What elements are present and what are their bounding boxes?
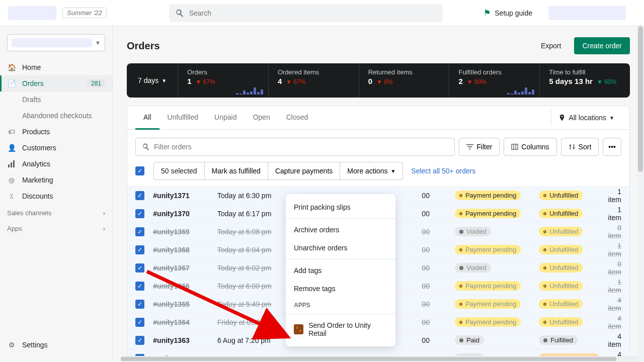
home-icon: 🏠 xyxy=(7,63,16,71)
tab-open[interactable]: Open xyxy=(245,106,278,130)
row-checkbox[interactable]: ✓ xyxy=(135,191,144,200)
svg-rect-1 xyxy=(11,162,12,167)
profile-menu[interactable] xyxy=(548,6,626,20)
tag-icon: 🏷 xyxy=(7,128,16,136)
capture-payments-button[interactable]: Capture payments xyxy=(268,162,340,180)
more-actions-button[interactable]: More actions▼ xyxy=(340,162,403,180)
stats-period-selector[interactable]: 7 days▼ xyxy=(127,63,178,98)
columns-icon xyxy=(511,143,518,150)
store-selector[interactable]: ▼ xyxy=(7,34,105,51)
dd-add-tags[interactable]: Add tags xyxy=(286,261,395,280)
mark-fulfilled-button[interactable]: Mark as fulfilled xyxy=(205,162,268,180)
row-checkbox[interactable]: ✓ xyxy=(135,263,144,273)
row-checkbox[interactable]: ✓ xyxy=(135,300,144,309)
nav-abandoned[interactable]: Abandoned checkouts xyxy=(0,108,112,124)
search-icon xyxy=(175,9,184,18)
select-all-link[interactable]: Select all 50+ orders xyxy=(411,167,475,175)
location-icon xyxy=(558,114,566,121)
nav-settings[interactable]: ⚙Settings xyxy=(0,336,112,354)
unity-app-icon xyxy=(294,324,303,334)
svg-rect-5 xyxy=(469,149,471,150)
dd-print-packing-slips[interactable]: Print packing slips xyxy=(286,198,395,216)
columns-button[interactable]: Columns xyxy=(504,138,556,156)
nav-section-apps[interactable]: Apps› xyxy=(0,220,112,235)
vertical-scrollbar[interactable] xyxy=(637,26,644,362)
fulfillment-badge: Fulfilled xyxy=(539,335,578,345)
dd-send-unity-retail[interactable]: Send Order to Unity Retail xyxy=(286,316,395,342)
fulfillment-badge: Unfulfilled xyxy=(539,227,583,236)
filter-icon xyxy=(466,143,473,150)
stats-bar: 7 days▼ Orders1▼ 67%Ordered items4▼ 67%R… xyxy=(127,63,630,98)
search-input[interactable] xyxy=(189,9,437,17)
select-all-checkbox[interactable]: ✓ xyxy=(135,166,144,175)
person-icon: 👤 xyxy=(7,144,16,152)
nav-marketing[interactable]: ◎Marketing xyxy=(0,172,112,188)
svg-rect-2 xyxy=(13,160,15,167)
nav-analytics[interactable]: Analytics xyxy=(0,156,112,172)
filter-button[interactable]: Filter xyxy=(459,138,500,156)
target-icon: ◎ xyxy=(7,176,16,184)
nav-products[interactable]: 🏷Products xyxy=(0,124,112,140)
nav-orders[interactable]: 📄Orders281 xyxy=(0,75,112,92)
nav-section-sales-channels[interactable]: Sales channels› xyxy=(0,204,112,220)
tab-closed[interactable]: Closed xyxy=(278,106,316,130)
chevron-down-icon: ▼ xyxy=(95,40,101,46)
nav-home[interactable]: 🏠Home xyxy=(0,59,112,75)
payment-badge: Paid xyxy=(455,335,484,345)
fulfillment-badge: Unfulfilled xyxy=(539,281,583,291)
fulfillment-badge: Unfulfilled xyxy=(539,263,583,273)
search-bar[interactable] xyxy=(169,4,443,22)
setup-guide-link[interactable]: ⚑ Setup guide xyxy=(484,8,532,18)
chevron-right-icon: › xyxy=(103,209,105,217)
discount-icon: ٪ xyxy=(7,192,16,200)
nav-customers[interactable]: 👤Customers xyxy=(0,140,112,156)
fulfillment-badge: Unfulfilled xyxy=(539,209,583,218)
stat-orders[interactable]: Orders1▼ 67% xyxy=(178,63,269,98)
payment-badge: Payment pending xyxy=(455,317,521,327)
tabs-row: AllUnfulfilledUnpaidOpenClosed All locat… xyxy=(127,106,629,130)
row-checkbox[interactable]: ✓ xyxy=(135,318,144,327)
dd-apps-section: APPS xyxy=(286,298,395,312)
chevron-down-icon: ▼ xyxy=(609,115,614,121)
export-button[interactable]: Export xyxy=(541,42,561,50)
dd-unarchive-orders[interactable]: Unarchive orders xyxy=(286,239,395,257)
dd-remove-tags[interactable]: Remove tags xyxy=(286,280,395,298)
row-checkbox[interactable]: ✓ xyxy=(135,227,144,236)
row-checkbox[interactable]: ✓ xyxy=(135,245,144,254)
dd-archive-orders[interactable]: Archive orders xyxy=(286,221,395,239)
tab-unfulfilled[interactable]: Unfulfilled xyxy=(159,106,206,130)
stat-time-to-fulfill[interactable]: Time to fulfill5 days 13 hr▼ 60% xyxy=(540,63,630,98)
stat-returned-items[interactable]: Returned items0▼ 0% xyxy=(359,63,450,98)
horizontal-scrollbar[interactable] xyxy=(121,356,637,362)
filter-orders-input[interactable] xyxy=(135,138,455,156)
search-icon xyxy=(142,143,150,151)
nav-drafts[interactable]: Drafts xyxy=(0,92,112,108)
row-checkbox[interactable]: ✓ xyxy=(135,209,144,218)
logo xyxy=(8,6,56,20)
chevron-right-icon: › xyxy=(103,225,105,232)
payment-badge: Payment pending xyxy=(455,245,521,254)
orders-count-badge: 281 xyxy=(87,79,105,87)
sort-button[interactable]: Sort xyxy=(561,138,599,156)
payment-badge: Payment pending xyxy=(455,209,521,218)
payment-badge: Payment pending xyxy=(455,281,521,291)
tab-all[interactable]: All xyxy=(135,106,159,130)
payment-badge: Voided xyxy=(455,227,491,236)
row-checkbox[interactable]: ✓ xyxy=(135,282,144,291)
sidebar: ▼ 🏠Home 📄Orders281 Drafts Abandoned chec… xyxy=(0,26,113,362)
create-order-button[interactable]: Create order xyxy=(574,37,630,54)
locations-filter[interactable]: All locations ▼ xyxy=(551,110,621,126)
tab-unpaid[interactable]: Unpaid xyxy=(206,106,245,130)
selected-count: 50 selected xyxy=(153,162,205,180)
stat-fulfilled-orders[interactable]: Fulfilled orders2▼ 80% xyxy=(449,63,540,98)
row-checkbox[interactable]: ✓ xyxy=(135,336,144,345)
page-title: Orders xyxy=(127,40,160,52)
fulfillment-badge: Unfulfilled xyxy=(539,317,583,327)
stat-ordered-items[interactable]: Ordered items4▼ 67% xyxy=(269,63,359,98)
more-options-button[interactable]: ••• xyxy=(603,138,621,156)
flag-icon: ⚑ xyxy=(484,8,491,18)
payment-badge: Payment pending xyxy=(455,191,521,200)
dots-icon: ••• xyxy=(608,143,616,151)
nav-discounts[interactable]: ٪Discounts xyxy=(0,188,112,204)
svg-rect-6 xyxy=(512,144,518,150)
